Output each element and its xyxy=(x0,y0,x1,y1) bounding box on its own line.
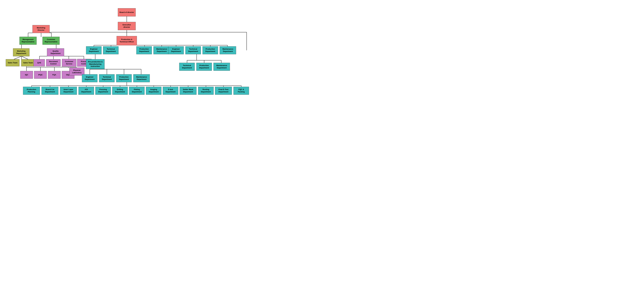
drilling-department: DrillingDepartment xyxy=(112,87,128,95)
plating-department: PlatingDepartment xyxy=(129,87,144,95)
pressing-department: PressingDepartment xyxy=(95,87,111,95)
maintenance-department-1: MaintenanceDepartment xyxy=(133,74,150,82)
org-chart: Board of director Executivedirector Prod… xyxy=(0,0,644,296)
production-department-2: ProductionDepartment xyxy=(136,46,152,54)
engineer-department-3: EngineerDepartment xyxy=(168,46,184,54)
iqc: IQC xyxy=(20,71,33,79)
maintenance-department-3: MaintenanceDepartment xyxy=(220,46,236,54)
quality-department: QualityDepartment xyxy=(47,48,64,56)
technical-department-1: TechnicalDepartment xyxy=(103,46,118,54)
production-department-4: ProductionDepartment xyxy=(196,63,212,71)
maintenance-department-4: MaintenanceDepartment xyxy=(214,63,230,71)
aoi-department: AOIDepartment xyxy=(78,87,94,95)
rooting-department: RootingDepartment xyxy=(198,87,214,95)
qae: QAE xyxy=(34,59,45,66)
customer-service: CustomerService xyxy=(62,59,76,66)
preproduction-manufacturing: Pre-production &ManufacturingInstruction xyxy=(86,59,104,69)
production-department-1: ProductionDepartment xyxy=(116,74,132,82)
production-planning: ProductionPlanning xyxy=(23,87,40,95)
production-technical-officer: Production &Technical Officer xyxy=(116,36,137,45)
technical-department-2: TechnicalDepartment xyxy=(99,74,114,82)
engineer-department-1: EngineerDepartment xyxy=(86,46,102,54)
document-control: DocumentControl xyxy=(46,59,60,66)
sales-team-1: Sales Team xyxy=(6,59,20,66)
technical-department-3: TechnicalDepartment xyxy=(186,46,201,54)
fqa: FQA xyxy=(48,71,60,79)
engineer-department-2: EngineerDepartment xyxy=(82,74,98,82)
solder-mask-department: Selder MaskDepartment xyxy=(180,87,196,95)
sales-team-2: Sales Team xyxy=(21,59,35,66)
production-department-3: ProductionDepartment xyxy=(202,46,218,54)
fqc-packing: FQC &Packing xyxy=(234,87,249,95)
inner-layer-department: Inner LayerDepartment xyxy=(60,87,77,95)
customer-representative: CustomerRepresentative xyxy=(42,37,60,45)
executive-director: Executivedirector xyxy=(118,22,136,30)
ipqc: IPQC xyxy=(34,71,47,79)
management-representative: ManagementRepresentative xyxy=(20,37,36,45)
board-of-director: Board of director xyxy=(118,8,136,16)
connector-lines xyxy=(0,0,644,296)
maintenance-department-2: MaintenanceDepartment xyxy=(154,46,170,54)
etest-department: E-testDepartment xyxy=(163,87,178,95)
marketing-director: MarketingDirector xyxy=(32,25,50,33)
board-cut-department: Board CutDepartment xyxy=(42,87,58,95)
technical-department-4: TechnicalDepartment xyxy=(179,63,195,71)
marketing-department: MarketingDepartment xyxy=(13,48,30,56)
final-etest-department: Final E-TestDepartment xyxy=(215,87,232,95)
imaging-department: ImagingDepartment xyxy=(146,87,162,95)
